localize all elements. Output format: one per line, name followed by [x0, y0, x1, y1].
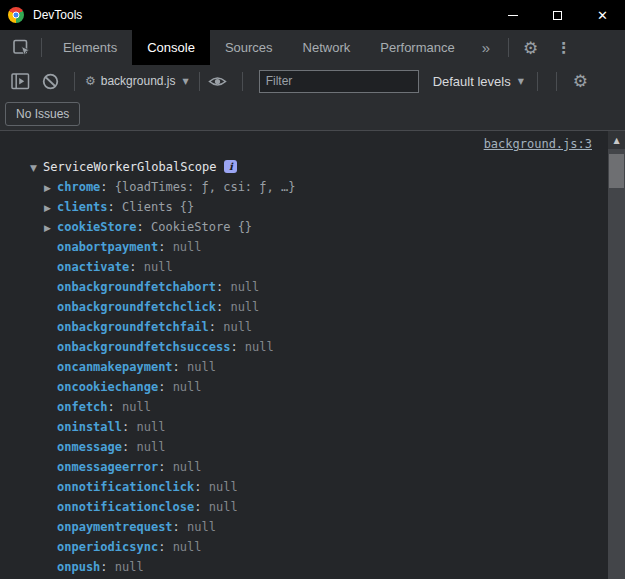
maximize-button[interactable] [535, 0, 580, 30]
scroll-up-arrow-icon: ▲ [613, 136, 619, 145]
inspect-element-button[interactable] [9, 35, 35, 61]
clear-console-button[interactable] [38, 69, 62, 93]
collapse-arrow-icon[interactable]: ▼ [30, 158, 43, 178]
console-property-row: onnotificationclick: null [0, 477, 625, 497]
console-property-row: ▶clients: Clients {} [0, 197, 625, 217]
property-name: cookieStore [57, 220, 136, 234]
chrome-logo-icon [8, 7, 24, 23]
console-property-row: onperiodicsync: null [0, 537, 625, 557]
console-tree-rows: ▶chrome: {loadTimes: ƒ, csi: ƒ, …} ▶clie… [0, 177, 625, 577]
tab-elements[interactable]: Elements [48, 30, 132, 65]
property-value: null [230, 280, 259, 294]
context-label: background.js [101, 74, 176, 88]
console-property-row: onabortpayment: null [0, 237, 625, 257]
property-name: clients [57, 200, 108, 214]
property-name: onbackgroundfetchclick [57, 300, 216, 314]
property-colon: : [194, 480, 201, 494]
property-value: null [173, 460, 202, 474]
divider [556, 72, 557, 91]
console-property-row: ▶chrome: {loadTimes: ƒ, csi: ƒ, …} [0, 177, 625, 197]
expand-arrow-icon[interactable]: ▶ [44, 218, 57, 238]
console-property-row: onpaymentrequest: null [0, 517, 625, 537]
property-name: onbackgroundfetchsuccess [57, 340, 230, 354]
divider [74, 72, 75, 91]
expand-arrow-icon[interactable]: ▶ [44, 198, 57, 218]
scroll-up-button[interactable]: ▲ [608, 131, 625, 149]
property-value: Clients {} [122, 200, 194, 214]
divider [242, 72, 243, 91]
root-object-label: ServiceWorkerGlobalScope [43, 160, 216, 174]
property-name: onabortpayment [57, 240, 158, 254]
more-tabs-icon[interactable]: » [470, 39, 502, 56]
tab-sources[interactable]: Sources [210, 30, 288, 65]
console-property-row: ▶cookieStore: CookieStore {} [0, 217, 625, 237]
property-value: CookieStore {} [151, 220, 252, 234]
property-colon: : [209, 320, 216, 334]
console-property-row: onactivate: null [0, 257, 625, 277]
console-property-row: oncookiechange: null [0, 377, 625, 397]
property-colon: : [158, 460, 165, 474]
property-name: onbackgroundfetchfail [57, 320, 209, 334]
console-message-header: background.js:3 [0, 131, 625, 157]
expand-arrow-icon[interactable]: ▶ [44, 178, 57, 198]
divider [41, 38, 42, 57]
console-property-row: onbackgroundfetchsuccess: null [0, 337, 625, 357]
create-live-expression-button[interactable] [206, 69, 230, 93]
console-property-row: onfetch: null [0, 397, 625, 417]
property-value: null [245, 340, 274, 354]
log-levels-dropdown[interactable]: Default levels ▼ [433, 74, 524, 89]
tab-performance[interactable]: Performance [365, 30, 469, 65]
main-menu-kebab-icon[interactable]: ⋮ [546, 39, 581, 57]
property-colon: : [108, 200, 115, 214]
panel-tab-bar: Elements Console Sources Network Perform… [0, 30, 625, 65]
property-colon: : [173, 360, 180, 374]
property-colon: : [173, 520, 180, 534]
property-name: onactivate [57, 260, 129, 274]
title-bar: DevTools ✕ [0, 0, 625, 30]
property-colon: : [158, 540, 165, 554]
close-button[interactable]: ✕ [580, 0, 625, 30]
console-toolbar: ⚙ background.js ▼ Default levels ▼ ⚙ [0, 65, 625, 97]
console-property-row: onmessageerror: null [0, 457, 625, 477]
source-location-link[interactable]: background.js:3 [484, 137, 592, 151]
property-value: null [173, 380, 202, 394]
property-colon: : [122, 420, 129, 434]
property-colon: : [194, 500, 201, 514]
tab-console[interactable]: Console [132, 30, 210, 65]
filter-input[interactable] [259, 70, 419, 93]
console-property-row: oninstall: null [0, 417, 625, 437]
property-colon: : [122, 440, 129, 454]
property-colon: : [108, 400, 115, 414]
info-badge-icon[interactable]: i [224, 160, 237, 173]
console-root-row: ▼ServiceWorkerGlobalScopei [0, 157, 625, 177]
chevron-down-icon: ▼ [518, 77, 524, 86]
vertical-scrollbar[interactable]: ▲ [608, 131, 625, 579]
javascript-context-selector[interactable]: ⚙ background.js ▼ [85, 74, 189, 88]
property-name: oncookiechange [57, 380, 158, 394]
property-value: {loadTimes: ƒ, csi: ƒ, …} [115, 180, 296, 194]
maximize-icon [553, 11, 562, 20]
console-sidebar-toggle-button[interactable] [8, 69, 32, 93]
property-name: chrome [57, 180, 100, 194]
property-value: null [209, 480, 238, 494]
clear-console-icon [42, 73, 59, 90]
close-icon: ✕ [597, 9, 608, 22]
issues-bar: No Issues [0, 97, 625, 130]
tab-network[interactable]: Network [288, 30, 366, 65]
no-issues-button[interactable]: No Issues [5, 102, 80, 126]
window-controls: ✕ [490, 0, 625, 30]
inspect-cursor-icon [12, 38, 32, 58]
console-property-row: onbackgroundfetchabort: null [0, 277, 625, 297]
property-name: onmessageerror [57, 460, 158, 474]
scrollbar-thumb[interactable] [609, 154, 624, 188]
devtools-settings-gear-icon[interactable]: ⚙ [515, 38, 546, 58]
divider [508, 38, 509, 57]
console-settings-gear-icon[interactable]: ⚙ [573, 71, 588, 91]
minimize-button[interactable] [490, 0, 535, 30]
console-property-row: oncanmakepayment: null [0, 357, 625, 377]
divider [537, 72, 538, 91]
minimize-icon [508, 15, 518, 16]
property-colon: : [100, 560, 107, 574]
devtools-window: DevTools ✕ Elements Console Sources Netw… [0, 0, 625, 579]
property-name: onpaymentrequest [57, 520, 173, 534]
